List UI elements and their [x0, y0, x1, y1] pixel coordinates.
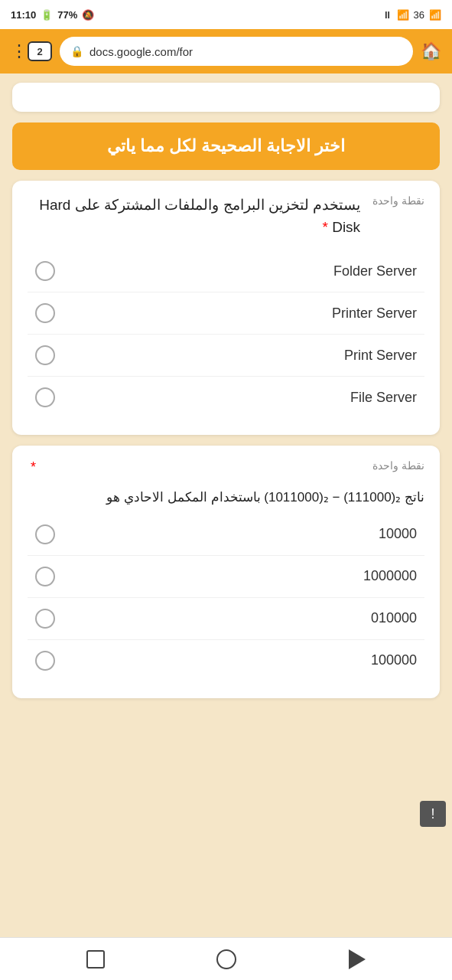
signal-bars-icon: 📶 — [429, 9, 441, 21]
question-2-meta: نقطة واحدة * — [28, 459, 424, 475]
tab-count: 2 — [37, 46, 42, 57]
option-10000-label: 10000 — [66, 526, 417, 542]
battery-percent: 77% — [57, 9, 77, 21]
option-010000[interactable]: 010000 — [28, 598, 424, 640]
status-bar: 11:10 🔋 77% 🔕 ⏸ 📶 36 📶 — [0, 0, 452, 29]
option-folder-server[interactable]: Folder Server — [28, 250, 424, 292]
nav-back-square-icon[interactable] — [86, 950, 105, 969]
question-2-required: * — [31, 459, 36, 475]
radio-1000000[interactable] — [35, 567, 55, 586]
option-100000[interactable]: 100000 — [28, 640, 424, 681]
browser-menu-icon[interactable]: ⋮ — [11, 41, 28, 61]
pause-icon: ⏸ — [382, 9, 392, 21]
status-right: ⏸ 📶 36 📶 — [382, 9, 441, 21]
url-text: docs.google.com/for — [89, 45, 193, 58]
option-file-server-label: File Server — [66, 390, 417, 406]
option-print-server-label: Print Server — [66, 348, 417, 364]
question-1-meta: نقطة واحدة يستخدم لتخزين البرامج والملفا… — [28, 194, 424, 238]
signal-strength: 36 — [414, 9, 424, 21]
lock-icon: 🔒 — [70, 45, 83, 57]
radio-10000[interactable] — [35, 524, 55, 544]
status-left: 11:10 🔋 77% 🔕 — [11, 9, 94, 21]
option-file-server[interactable]: File Server — [28, 377, 424, 418]
section-header: اختر الاجابة الصحيحة لكل مما ياتي — [12, 122, 440, 170]
main-content: اختر الاجابة الصحيحة لكل مما ياتي نقطة و… — [0, 74, 452, 937]
bottom-nav — [0, 937, 452, 980]
battery-icon: 🔋 — [41, 9, 53, 21]
question-1-card: نقطة واحدة يستخدم لتخزين البرامج والملفا… — [12, 181, 440, 435]
question-1-required: * — [322, 219, 327, 235]
radio-file-server[interactable] — [35, 387, 55, 407]
wifi-icon: 📶 — [397, 9, 409, 21]
nav-home-circle-icon[interactable] — [216, 949, 236, 969]
partial-card — [12, 83, 440, 112]
question-2-points: نقطة واحدة — [372, 459, 424, 472]
question-1-text: يستخدم لتخزين البرامج والملفات المشتركة … — [28, 194, 360, 238]
option-010000-label: 010000 — [66, 610, 417, 626]
radio-folder-server[interactable] — [35, 261, 55, 281]
feedback-button[interactable]: ! — [420, 801, 446, 827]
option-printer-server[interactable]: Printer Server — [28, 292, 424, 335]
browser-url-bar[interactable]: 🔒 docs.google.com/for — [60, 37, 413, 66]
option-10000[interactable]: 10000 — [28, 514, 424, 556]
notification-icon: 🔕 — [82, 9, 94, 21]
option-printer-server-label: Printer Server — [66, 305, 417, 322]
home-icon[interactable]: 🏠 — [421, 41, 441, 61]
time: 11:10 — [11, 9, 36, 21]
browser-tab-badge[interactable]: 2 — [28, 41, 52, 61]
option-folder-server-label: Folder Server — [66, 263, 417, 279]
question-1-options: Folder Server Printer Server Print Serve… — [28, 250, 424, 418]
question-2-card: نقطة واحدة * ناتج ₂(111000) − ₂(1011000)… — [12, 446, 440, 698]
option-print-server[interactable]: Print Server — [28, 335, 424, 377]
question-2-options: 10000 1000000 010000 100000 — [28, 514, 424, 681]
radio-010000[interactable] — [35, 609, 55, 629]
question-2-text: ناتج ₂(111000) − ₂(1011000) باستخدام الم… — [28, 488, 424, 508]
nav-recent-play-icon[interactable] — [349, 949, 366, 969]
option-1000000-label: 1000000 — [66, 568, 417, 584]
section-header-text: اختر الاجابة الصحيحة لكل مما ياتي — [107, 136, 346, 155]
radio-print-server[interactable] — [35, 345, 55, 365]
radio-printer-server[interactable] — [35, 303, 55, 323]
browser-bar: ⋮ 2 🔒 docs.google.com/for 🏠 — [0, 29, 452, 74]
option-1000000[interactable]: 1000000 — [28, 556, 424, 598]
question-1-points: نقطة واحدة — [372, 194, 424, 207]
option-100000-label: 100000 — [66, 652, 417, 668]
radio-100000[interactable] — [35, 651, 55, 671]
